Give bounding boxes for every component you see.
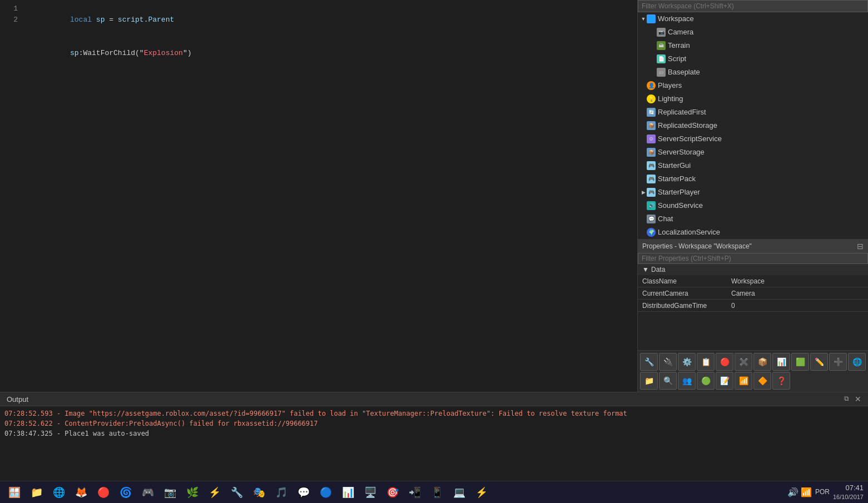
output-line-2: 07:38:47.325 - Place1 was auto-saved xyxy=(4,429,864,439)
properties-filter-input[interactable] xyxy=(638,253,868,264)
toolbar-btn-7[interactable]: 📊 xyxy=(772,353,790,371)
tree-view[interactable]: ▼🌐Workspace📷Camera🏔Terrain📄Script▭Basepl… xyxy=(638,12,868,239)
item-label-serverscriptservice: ServerScriptService xyxy=(658,133,722,145)
taskbar-app-5[interactable]: 🌀 xyxy=(116,483,136,502)
taskbar-app-7[interactable]: 📷 xyxy=(160,483,180,502)
taskbar-network-icon[interactable]: 📶 xyxy=(801,487,812,497)
output-header-actions: ⧉ ✕ xyxy=(844,395,861,404)
taskbar-app-14[interactable]: 🔵 xyxy=(316,483,336,502)
code-editor: 1 2 local sp = script.Parent sp:WaitForC… xyxy=(0,0,637,392)
taskbar-app-13[interactable]: 💬 xyxy=(294,483,314,502)
op-assign: = xyxy=(105,16,117,24)
toolbar-btn-13[interactable]: 🔍 xyxy=(659,372,677,390)
tree-item-serverscriptservice[interactable]: ⚙ServerScriptService xyxy=(638,132,868,146)
toolbar-btn-2[interactable]: ⚙️ xyxy=(678,353,696,371)
taskbar-app-19[interactable]: 📱 xyxy=(427,483,447,502)
method-call: :WaitForChild(" xyxy=(79,49,144,57)
toolbar-btn-16[interactable]: 📝 xyxy=(716,372,733,390)
toolbar-btn-6[interactable]: 📦 xyxy=(753,353,771,371)
taskbar-right: 🔊 📶 POR 07:41 16/10/2017 xyxy=(787,483,864,502)
item-icon-soundservice: 🔊 xyxy=(647,201,656,210)
tree-item-replicatedfirst[interactable]: 🔄ReplicatedFirst xyxy=(638,106,868,119)
item-icon-workspace: 🌐 xyxy=(647,14,656,23)
taskbar-app-0[interactable]: 🪟 xyxy=(4,483,24,502)
taskbar-app-11[interactable]: 🎭 xyxy=(249,483,269,502)
toolbar-btn-8[interactable]: 🟩 xyxy=(791,353,809,371)
item-label-replicatedfirst: ReplicatedFirst xyxy=(658,107,706,118)
taskbar-app-21[interactable]: ⚡ xyxy=(472,483,492,502)
tree-item-chat[interactable]: 💬Chat xyxy=(638,212,868,226)
taskbar-app-6[interactable]: 🎮 xyxy=(138,483,158,502)
toolbar-btn-4[interactable]: 🔴 xyxy=(716,353,733,371)
output-close-button[interactable]: ✕ xyxy=(855,395,861,404)
taskbar-app-8[interactable]: 🌿 xyxy=(182,483,202,502)
toolbar-btn-9[interactable]: ✏️ xyxy=(810,353,828,371)
close-paren: ") xyxy=(183,49,192,57)
prop-value-1[interactable]: Camera xyxy=(731,290,864,297)
explorer-filter-input[interactable] xyxy=(638,0,868,12)
tree-item-starterpack[interactable]: 🎮StarterPack xyxy=(638,172,868,186)
tree-item-baseplate[interactable]: ▭Baseplate xyxy=(638,66,868,79)
output-title: Output xyxy=(7,395,28,404)
code-line-2: sp:WaitForChild("Explosion") xyxy=(27,37,637,70)
taskbar-app-16[interactable]: 🖥️ xyxy=(360,483,380,502)
tree-item-startergui[interactable]: 🎮StarterGui xyxy=(638,159,868,172)
toolbar-btn-0[interactable]: 🔧 xyxy=(640,353,658,371)
prop-name-2: DistributedGameTime xyxy=(642,302,731,310)
toolbar-btn-1[interactable]: 🔌 xyxy=(659,353,677,371)
code-line-1: local sp = script.Parent xyxy=(27,3,637,37)
toolbar-btn-12[interactable]: 📁 xyxy=(640,372,658,390)
taskbar-app-9[interactable]: ⚡ xyxy=(205,483,225,502)
tree-item-camera[interactable]: 📷Camera xyxy=(638,26,868,39)
prop-value-0[interactable]: Workspace xyxy=(731,277,864,285)
tree-item-localizationservice[interactable]: 🌍LocalizationService xyxy=(638,226,868,239)
taskbar-app-17[interactable]: 🎯 xyxy=(383,483,403,502)
tree-item-script[interactable]: 📄Script xyxy=(638,52,868,66)
output-restore-button[interactable]: ⧉ xyxy=(844,395,849,404)
toolbar-btn-19[interactable]: ❓ xyxy=(772,372,790,390)
item-icon-startergui: 🎮 xyxy=(647,161,656,170)
taskbar-app-15[interactable]: 📊 xyxy=(338,483,358,502)
taskbar-sound-icon[interactable]: 🔊 xyxy=(787,487,798,497)
tree-item-workspace[interactable]: ▼🌐Workspace xyxy=(638,12,868,26)
property-rows: ClassNameWorkspaceCurrentCameraCameraDis… xyxy=(638,275,868,312)
item-icon-chat: 💬 xyxy=(647,215,656,223)
taskbar-app-20[interactable]: 💻 xyxy=(449,483,469,502)
item-icon-starterpack: 🎮 xyxy=(647,175,656,183)
item-icon-starterplayer: 🎮 xyxy=(647,188,656,197)
item-label-starterplayer: StarterPlayer xyxy=(658,187,700,198)
item-icon-serverscriptservice: ⚙ xyxy=(647,135,656,143)
toolbar-btn-15[interactable]: 🟢 xyxy=(697,372,715,390)
tree-item-serverstorage[interactable]: 📦ServerStorage xyxy=(638,146,868,159)
taskbar-app-12[interactable]: 🎵 xyxy=(271,483,291,502)
taskbar-app-10[interactable]: 🔧 xyxy=(227,483,247,502)
properties-panel: Properties - Workspace "Workspace" ⊟ ▼ D… xyxy=(638,239,868,350)
tree-item-players[interactable]: 👤Players xyxy=(638,79,868,92)
tree-item-replicatedstorage[interactable]: 📦ReplicatedStorage xyxy=(638,119,868,132)
item-icon-replicatedfirst: 🔄 xyxy=(647,108,656,117)
toolbar-btn-18[interactable]: 🔶 xyxy=(753,372,771,390)
item-icon-players: 👤 xyxy=(647,81,656,90)
toolbar-btn-5[interactable]: ✖️ xyxy=(735,353,752,371)
toolbar-strip: 🔧🔌⚙️📋🔴✖️📦📊🟩✏️➕🌐📁🔍👥🟢📝📶🔶❓ xyxy=(638,350,868,392)
taskbar-app-2[interactable]: 🌐 xyxy=(49,483,69,502)
toolbar-btn-10[interactable]: ➕ xyxy=(829,353,847,371)
code-lines[interactable]: local sp = script.Parent sp:WaitForChild… xyxy=(22,2,637,390)
taskbar-app-3[interactable]: 🦊 xyxy=(71,483,91,502)
toolbar-btn-17[interactable]: 📶 xyxy=(735,372,752,390)
tree-item-soundservice[interactable]: 🔊SoundService xyxy=(638,199,868,212)
prop-value-2[interactable]: 0 xyxy=(731,302,864,310)
toolbar-btn-14[interactable]: 👥 xyxy=(678,372,696,390)
tree-item-lighting[interactable]: 💡Lighting xyxy=(638,92,868,106)
tree-item-starterplayer[interactable]: ▶🎮StarterPlayer xyxy=(638,186,868,199)
tree-item-terrain[interactable]: 🏔Terrain xyxy=(638,39,868,52)
taskbar-app-18[interactable]: 📲 xyxy=(405,483,425,502)
properties-header: Properties - Workspace "Workspace" ⊟ xyxy=(638,240,868,253)
toolbar-btn-11[interactable]: 🌐 xyxy=(848,353,866,371)
taskbar-app-4[interactable]: 🔴 xyxy=(93,483,113,502)
prop-row-1: CurrentCameraCamera xyxy=(638,287,868,300)
properties-close-button[interactable]: ⊟ xyxy=(857,242,864,251)
toolbar-btn-3[interactable]: 📋 xyxy=(697,353,715,371)
output-line-0: 07:28:52.593 - Image "https://assetgame.… xyxy=(4,409,864,419)
taskbar-app-1[interactable]: 📁 xyxy=(27,483,47,502)
